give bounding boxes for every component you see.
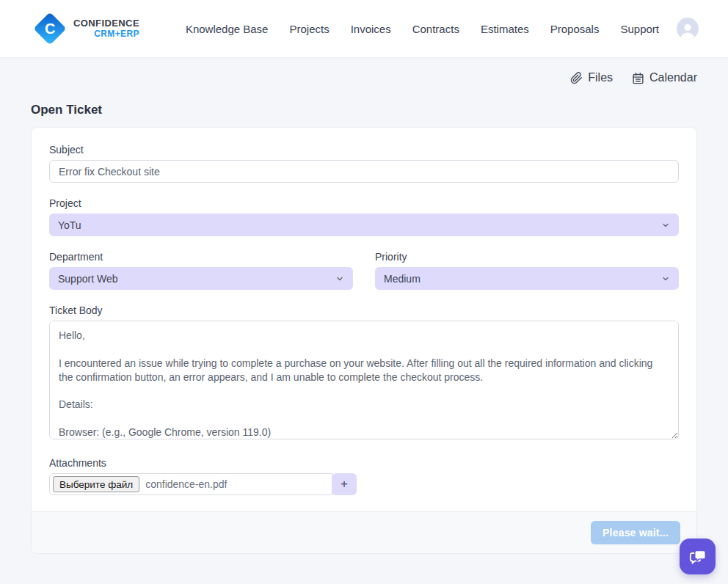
department-label: Department bbox=[49, 251, 353, 263]
department-select[interactable]: Support Web bbox=[49, 267, 353, 290]
project-field-group: Project YoTu bbox=[49, 197, 679, 236]
chevron-down-icon bbox=[661, 221, 670, 230]
top-navbar: C CONFIDENCE CRM+ERP Knowledge Base Proj… bbox=[0, 0, 728, 58]
department-select-value: Support Web bbox=[58, 273, 117, 285]
priority-select-value: Medium bbox=[384, 273, 421, 285]
attachments-input-group: Выберите файл confidence-en.pdf + bbox=[49, 473, 679, 495]
priority-label: Priority bbox=[375, 251, 679, 263]
open-ticket-card: Subject Project YoTu Department Support … bbox=[31, 127, 697, 554]
department-field-group: Department Support Web bbox=[49, 251, 353, 290]
nav-item-proposals[interactable]: Proposals bbox=[550, 23, 600, 35]
ticket-body-field-group: Ticket Body Hello, I encountered an issu… bbox=[49, 304, 679, 442]
calendar-link[interactable]: Calendar bbox=[632, 71, 697, 84]
chat-bubbles-icon bbox=[688, 547, 707, 566]
submit-ticket-button[interactable]: Please wait... bbox=[591, 521, 680, 544]
brand-suffix: CRM+ERP bbox=[94, 29, 139, 39]
chevron-down-icon bbox=[335, 274, 344, 283]
avatar[interactable] bbox=[677, 18, 699, 40]
subject-label: Subject bbox=[49, 144, 679, 156]
project-select[interactable]: YoTu bbox=[49, 213, 679, 236]
paperclip-icon bbox=[570, 72, 583, 84]
calendar-icon bbox=[632, 72, 644, 84]
attachments-field-group: Attachments Выберите файл confidence-en.… bbox=[49, 457, 679, 495]
ticket-body-textarea[interactable]: Hello, I encountered an issue while tryi… bbox=[49, 321, 679, 439]
ticket-body-label: Ticket Body bbox=[49, 304, 679, 316]
brand-logo[interactable]: C CONFIDENCE CRM+ERP bbox=[35, 17, 139, 40]
brand-logo-letter: C bbox=[45, 21, 55, 36]
card-footer: Please wait... bbox=[32, 511, 696, 553]
project-label: Project bbox=[49, 197, 679, 209]
priority-select[interactable]: Medium bbox=[375, 267, 679, 290]
nav-item-support[interactable]: Support bbox=[620, 23, 659, 35]
files-link-label: Files bbox=[588, 71, 613, 84]
chevron-down-icon bbox=[661, 274, 670, 283]
calendar-link-label: Calendar bbox=[649, 71, 697, 84]
subject-field-group: Subject bbox=[49, 144, 679, 183]
nav-item-estimates[interactable]: Estimates bbox=[481, 23, 529, 35]
page-title: Open Ticket bbox=[31, 103, 697, 117]
file-input[interactable]: Выберите файл confidence-en.pdf bbox=[49, 473, 332, 495]
project-select-value: YoTu bbox=[58, 219, 81, 231]
nav-item-projects[interactable]: Projects bbox=[289, 23, 329, 35]
add-attachment-button[interactable]: + bbox=[332, 473, 357, 495]
nav-item-contracts[interactable]: Contracts bbox=[412, 23, 459, 35]
nav-item-knowledge-base[interactable]: Knowledge Base bbox=[186, 23, 269, 35]
department-priority-row: Department Support Web Priority Medium bbox=[49, 251, 679, 304]
main-nav: Knowledge Base Projects Invoices Contrac… bbox=[186, 23, 659, 35]
brand-name: CONFIDENCE bbox=[73, 18, 139, 29]
priority-field-group: Priority Medium bbox=[375, 251, 679, 290]
chat-widget-button[interactable] bbox=[680, 539, 716, 574]
open-ticket-form: Subject Project YoTu Department Support … bbox=[32, 128, 696, 511]
brand-logo-text: CONFIDENCE CRM+ERP bbox=[73, 18, 139, 38]
brand-logo-icon: C bbox=[33, 12, 66, 45]
subject-input[interactable] bbox=[49, 160, 679, 183]
attached-file-name: confidence-en.pdf bbox=[145, 478, 227, 490]
files-link[interactable]: Files bbox=[570, 71, 613, 84]
nav-item-invoices[interactable]: Invoices bbox=[351, 23, 391, 35]
user-icon bbox=[678, 21, 697, 40]
quicklinks-bar: Files Calendar bbox=[0, 58, 728, 84]
choose-file-button[interactable]: Выберите файл bbox=[53, 476, 139, 492]
attachments-label: Attachments bbox=[49, 457, 679, 469]
